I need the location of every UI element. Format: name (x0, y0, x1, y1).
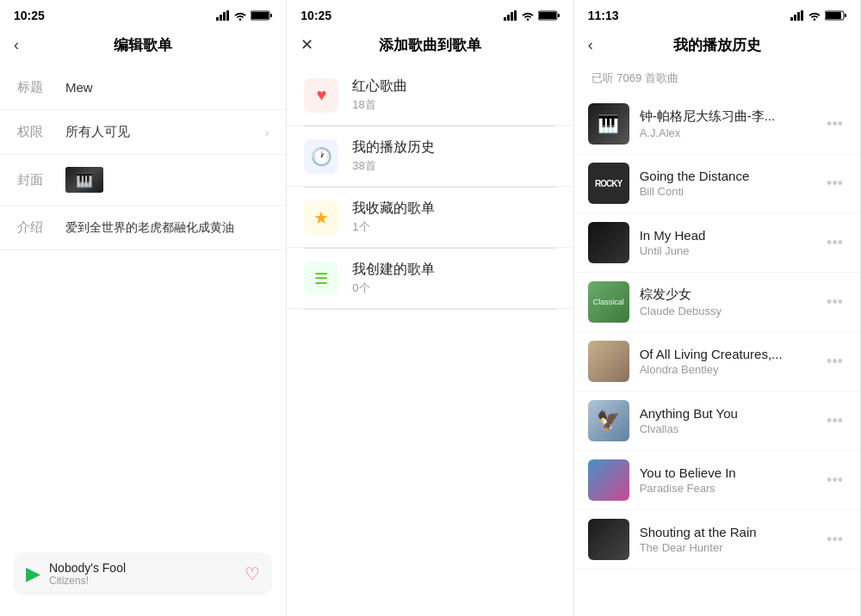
cover-image[interactable]: 🎹 (65, 167, 103, 193)
svg-rect-0 (216, 17, 219, 21)
svg-rect-17 (801, 10, 803, 21)
favorites-playlist-count: 1个 (352, 219, 555, 235)
wifi-icon-3 (808, 10, 821, 21)
status-bar-2: 10:25 (287, 0, 573, 28)
red-heart-playlist-count: 18首 (352, 97, 555, 113)
song-artist-3: Until June (640, 244, 813, 257)
song-title-6: Anything But You (640, 406, 813, 421)
list-item[interactable]: Classical 棕发少女 Claude Debussy ••• (574, 273, 860, 332)
created-playlist-name: 我创建的歌单 (352, 261, 555, 279)
intro-field-row[interactable]: 介绍 爱到全世界的老虎都融化成黄油 (0, 206, 286, 250)
wifi-icon-1 (233, 10, 247, 21)
close-button[interactable]: ✕ (300, 35, 313, 54)
mini-song-title: Nobody's Fool (49, 561, 236, 575)
red-heart-playlist-name: 红心歌曲 (352, 77, 555, 95)
history-title: 我的播放历史 (673, 35, 761, 55)
svg-rect-19 (826, 12, 841, 19)
more-button-8[interactable]: ••• (823, 527, 846, 552)
more-button-1[interactable]: ••• (823, 112, 846, 137)
title-value[interactable]: Mew (65, 80, 269, 95)
song-title-7: You to Believe In (640, 465, 813, 480)
playlist-list: ♥ 红心歌曲 18首 🕐 我的播放历史 38首 ★ 我收藏的歌单 (287, 65, 573, 616)
intro-value[interactable]: 爱到全世界的老虎都融化成黄油 (65, 220, 269, 236)
svg-rect-3 (226, 10, 229, 21)
add-playlist-title: 添加歌曲到歌单 (379, 35, 481, 55)
song-info-7: You to Believe In Paradise Fears (640, 465, 813, 495)
song-title-1: 钟-帕格尼大练习曲-李... (640, 108, 813, 125)
more-button-2[interactable]: ••• (823, 171, 846, 196)
list-playlist-icon: ☰ (304, 262, 338, 296)
star-icon: ★ (313, 207, 329, 228)
heart-playlist-icon: ♥ (304, 78, 338, 113)
svg-rect-8 (507, 15, 510, 21)
svg-rect-15 (794, 15, 796, 21)
song-info-8: Shouting at the Rain The Dear Hunter (640, 525, 813, 554)
title-label: 标题 (17, 79, 52, 95)
song-artist-2: Bill Conti (640, 185, 813, 198)
signal-icon-1 (216, 10, 230, 21)
list-item[interactable]: Shouting at the Rain The Dear Hunter ••• (574, 510, 860, 570)
cover-field-row[interactable]: 封面 🎹 (0, 155, 286, 206)
more-button-4[interactable]: ••• (823, 290, 846, 315)
list-item[interactable]: You to Believe In Paradise Fears ••• (574, 451, 860, 510)
album-art-piano: 🎹 (588, 103, 629, 145)
song-list: 🎹 钟-帕格尼大练习曲-李... A.J.Alex ••• ROCKY Goin… (574, 95, 860, 616)
song-info-6: Anything But You Clvallas (640, 406, 813, 435)
more-button-7[interactable]: ••• (823, 468, 846, 493)
more-button-3[interactable]: ••• (823, 231, 846, 256)
piano-icon: 🎹 (76, 172, 93, 188)
history-playlist-count: 38首 (352, 158, 555, 174)
status-bar-1: 10:25 (0, 0, 286, 28)
permission-label: 权限 (17, 124, 52, 140)
inmyhead-art-inner (588, 222, 629, 263)
mini-song-info: Nobody's Fool Citizens! (49, 561, 236, 587)
classical-label: Classical (592, 296, 626, 308)
mini-song-artist: Citizens! (49, 575, 236, 587)
piano-art-inner: 🎹 (588, 103, 629, 145)
history-header: ‹ 我的播放历史 (574, 28, 860, 65)
song-artist-5: Alondra Bentley (640, 363, 813, 376)
song-artist-6: Clvallas (640, 422, 813, 435)
list-item[interactable]: Of All Living Creatures,... Alondra Bent… (574, 332, 860, 391)
heart-button[interactable]: ♡ (245, 564, 260, 584)
star-playlist-icon: ★ (304, 200, 338, 235)
status-icons-3 (790, 10, 846, 21)
song-title-5: Of All Living Creatures,... (640, 347, 813, 361)
created-playlist-count: 0个 (352, 280, 555, 296)
list-item[interactable]: 🦅 Anything But You Clvallas ••• (574, 391, 860, 451)
svg-rect-6 (270, 14, 272, 17)
svg-rect-10 (514, 10, 517, 21)
created-playlist-info: 我创建的歌单 0个 (352, 261, 555, 296)
divider-4 (304, 309, 555, 310)
list-item[interactable]: ROCKY Going the Distance Bill Conti ••• (574, 154, 860, 213)
list-item[interactable]: 🎹 钟-帕格尼大练习曲-李... A.J.Alex ••• (574, 95, 860, 154)
intro-label: 介绍 (17, 219, 52, 236)
list-item[interactable]: ★ 我收藏的歌单 1个 (287, 188, 573, 248)
list-item[interactable]: In My Head Until June ••• (574, 213, 860, 273)
song-title-8: Shouting at the Rain (640, 525, 813, 539)
svg-rect-13 (558, 14, 560, 17)
signal-icon-2 (504, 10, 517, 21)
cover-placeholder: 🎹 (65, 167, 103, 193)
song-artist-4: Claude Debussy (640, 305, 813, 317)
song-info-5: Of All Living Creatures,... Alondra Bent… (640, 347, 813, 376)
edit-playlist-header: ‹ 编辑歌单 (0, 28, 286, 65)
clock-icon: 🕐 (311, 146, 332, 167)
song-info-1: 钟-帕格尼大练习曲-李... A.J.Alex (640, 108, 813, 139)
svg-rect-16 (797, 12, 800, 21)
clock-playlist-icon: 🕐 (304, 139, 338, 174)
mini-player: ▶ Nobody's Fool Citizens! ♡ (14, 552, 272, 595)
back-button-3[interactable]: ‹ (588, 36, 593, 54)
back-button-1[interactable]: ‹ (14, 36, 19, 54)
edit-playlist-title: 编辑歌单 (114, 35, 172, 55)
album-art-believe (588, 459, 629, 501)
play-button[interactable]: ▶ (26, 563, 40, 585)
list-item[interactable]: 🕐 我的播放历史 38首 (287, 126, 573, 187)
more-button-5[interactable]: ••• (823, 349, 846, 374)
permission-field-row[interactable]: 权限 所有人可见 › (0, 110, 286, 155)
list-item[interactable]: ☰ 我创建的歌单 0个 (287, 249, 573, 309)
list-item[interactable]: ♥ 红心歌曲 18首 (287, 65, 573, 126)
battery-icon-3 (825, 10, 846, 21)
more-button-6[interactable]: ••• (823, 409, 846, 434)
song-artist-8: The Dear Hunter (640, 541, 813, 554)
